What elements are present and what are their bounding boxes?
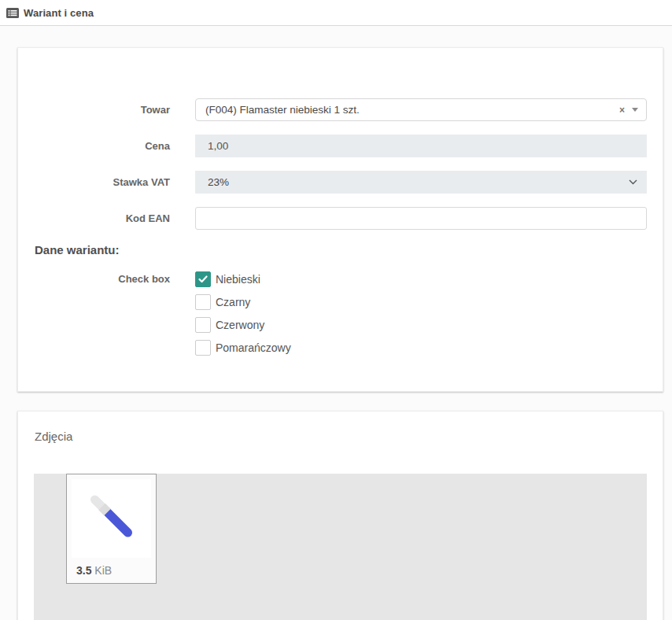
photos-card: Zdjęcia 3.5 KiB bbox=[17, 411, 663, 620]
towar-select[interactable]: (F004) Flamaster niebieski 1 szt. × bbox=[195, 98, 647, 121]
checkbox-label: Niebieski bbox=[216, 273, 260, 286]
checkbox-row: Pomarańczowy bbox=[195, 340, 647, 356]
variant-data-heading: Dane wariantu: bbox=[35, 243, 663, 256]
checkbox-group: Check box Niebieski Czarny Czerwony bbox=[18, 271, 647, 363]
photo-thumbnail[interactable]: 3.5 KiB bbox=[66, 474, 157, 584]
blue-marker-image bbox=[72, 479, 151, 558]
checkbox-label: Pomarańczowy bbox=[216, 341, 291, 354]
checkbox-czerwony[interactable] bbox=[195, 317, 211, 333]
cena-label: Cena bbox=[18, 140, 195, 152]
vat-row: Stawka VAT 23% bbox=[18, 171, 647, 194]
vat-label: Stawka VAT bbox=[18, 176, 195, 188]
towar-row: Towar (F004) Flamaster niebieski 1 szt. … bbox=[18, 98, 647, 121]
photos-title: Zdjęcia bbox=[18, 411, 663, 443]
clear-icon[interactable]: × bbox=[619, 105, 625, 116]
checkbox-pomaranczowy[interactable] bbox=[195, 340, 211, 356]
cena-row: Cena bbox=[18, 135, 647, 157]
checkbox-row: Niebieski bbox=[195, 271, 647, 287]
file-size-value: 3.5 bbox=[76, 564, 91, 577]
chevron-down-icon bbox=[629, 179, 637, 185]
vat-select[interactable]: 23% bbox=[195, 171, 647, 194]
ean-row: Kod EAN bbox=[18, 207, 647, 230]
page-header: Wariant i cena bbox=[0, 0, 672, 26]
variant-price-card: Towar (F004) Flamaster niebieski 1 szt. … bbox=[17, 47, 663, 392]
page-title: Wariant i cena bbox=[24, 7, 94, 19]
checkbox-niebieski[interactable] bbox=[195, 271, 211, 287]
ean-input[interactable] bbox=[195, 207, 647, 230]
ean-label: Kod EAN bbox=[18, 212, 195, 224]
cena-input[interactable] bbox=[195, 135, 647, 157]
checkbox-group-label: Check box bbox=[18, 271, 195, 363]
photos-dropzone[interactable]: 3.5 KiB bbox=[34, 474, 647, 620]
checkbox-label: Czerwony bbox=[216, 319, 264, 331]
checkbox-row: Czerwony bbox=[195, 317, 647, 333]
file-size-label: 3.5 KiB bbox=[72, 564, 151, 577]
list-alt-icon bbox=[6, 8, 19, 18]
checkbox-label: Czarny bbox=[216, 296, 250, 308]
towar-select-value: (F004) Flamaster niebieski 1 szt. bbox=[205, 104, 615, 116]
dropdown-caret-icon[interactable] bbox=[632, 108, 638, 112]
vat-select-value: 23% bbox=[208, 176, 229, 188]
checkbox-row: Czarny bbox=[195, 294, 647, 310]
file-size-unit: KiB bbox=[94, 564, 112, 577]
checkbox-czarny[interactable] bbox=[195, 294, 211, 310]
towar-label: Towar bbox=[18, 104, 195, 116]
